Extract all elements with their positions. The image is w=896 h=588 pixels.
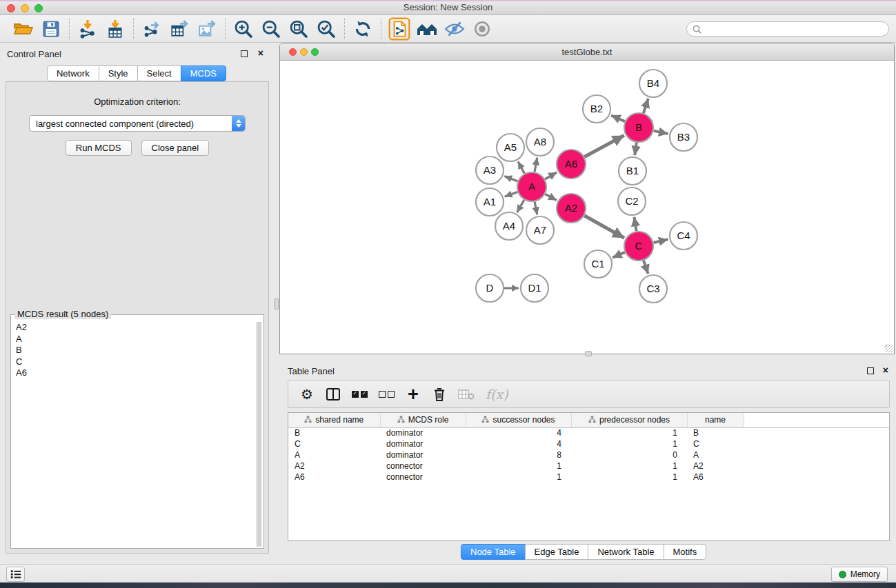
horizontal-split-handle[interactable] bbox=[585, 351, 592, 356]
import-table-button[interactable] bbox=[101, 17, 129, 41]
mcds-result-item[interactable]: A2 bbox=[12, 322, 255, 334]
cell-predecessor-nodes[interactable]: 0 bbox=[571, 449, 687, 460]
cell-successor-nodes[interactable]: 8 bbox=[466, 449, 571, 460]
close-panel-icon[interactable]: × bbox=[883, 365, 888, 376]
cell-successor-nodes[interactable]: 4 bbox=[466, 427, 571, 438]
cell-mcds-role[interactable]: dominator bbox=[380, 449, 466, 460]
graph-edge-A-A4[interactable] bbox=[517, 200, 524, 212]
network-canvas[interactable]: B4B2BB3A5A8A6B1A3AA1C2A2A4A7C4CC1C3DD1 bbox=[280, 61, 894, 354]
graph-edge-C-C4[interactable] bbox=[653, 239, 668, 243]
zoom-in-button[interactable] bbox=[230, 17, 257, 41]
float-panel-icon[interactable] bbox=[241, 50, 248, 57]
result-list-scrollbar[interactable] bbox=[256, 322, 262, 547]
cell-successor-nodes[interactable]: 1 bbox=[466, 460, 571, 472]
insert-column-button[interactable] bbox=[326, 385, 341, 404]
apply-layout-button[interactable] bbox=[349, 17, 377, 41]
function-builder-button[interactable]: f(x) bbox=[486, 385, 508, 404]
deselect-all-rows-button[interactable] bbox=[379, 385, 395, 404]
export-table-button[interactable] bbox=[166, 17, 193, 41]
table-settings-button[interactable]: ⚙ bbox=[299, 385, 315, 404]
graph-edge-A6-B[interactable] bbox=[584, 135, 624, 156]
cell-mcds-role[interactable]: dominator bbox=[380, 438, 466, 449]
import-network-button[interactable] bbox=[74, 17, 101, 41]
column-header-shared-name[interactable]: shared name bbox=[288, 413, 380, 427]
export-image-button[interactable] bbox=[193, 17, 221, 41]
cell-mcds-role[interactable]: connector bbox=[380, 472, 466, 483]
resize-grip[interactable] bbox=[885, 345, 893, 352]
search-field[interactable] bbox=[686, 21, 889, 37]
cell-predecessor-nodes[interactable]: 1 bbox=[571, 472, 687, 483]
graph-edge-A-A6[interactable] bbox=[545, 172, 557, 179]
graph-edge-A-A5[interactable] bbox=[518, 161, 525, 173]
cell-predecessor-nodes[interactable]: 1 bbox=[571, 438, 687, 449]
select-all-rows-button[interactable] bbox=[352, 385, 368, 404]
graph-edge-C-C1[interactable] bbox=[613, 252, 625, 258]
zoom-selected-button[interactable] bbox=[312, 17, 340, 41]
show-panel-list-button[interactable] bbox=[6, 567, 25, 582]
cell-mcds-role[interactable]: dominator bbox=[380, 427, 466, 438]
delete-rows-button[interactable] bbox=[432, 385, 447, 404]
hide-panels-button[interactable] bbox=[441, 17, 468, 41]
cell-shared-name[interactable]: A2 bbox=[288, 460, 380, 472]
mcds-result-item[interactable]: B bbox=[12, 345, 255, 356]
graph-edge-B-B4[interactable] bbox=[644, 99, 648, 113]
run-mcds-button[interactable]: Run MCDS bbox=[66, 140, 132, 156]
float-panel-icon[interactable] bbox=[867, 367, 874, 374]
zoom-out-button[interactable] bbox=[257, 17, 285, 41]
export-network-button[interactable] bbox=[138, 17, 166, 41]
graph-edge-C-C2[interactable] bbox=[634, 217, 636, 232]
tab-edge-table[interactable]: Edge Table bbox=[525, 544, 589, 560]
cell-shared-name[interactable]: C bbox=[288, 438, 380, 449]
delete-column-button[interactable] bbox=[458, 385, 475, 404]
cell-predecessor-nodes[interactable]: 1 bbox=[571, 460, 687, 472]
tab-style[interactable]: Style bbox=[99, 65, 138, 81]
tab-motifs[interactable]: Motifs bbox=[664, 544, 707, 560]
mcds-result-item[interactable]: A6 bbox=[12, 367, 255, 379]
graph-edge-C-C3[interactable] bbox=[644, 261, 648, 274]
tab-network-table[interactable]: Network Table bbox=[588, 544, 664, 560]
graph-edge-A-A8[interactable] bbox=[535, 158, 537, 172]
cell-name[interactable]: A2 bbox=[687, 460, 744, 472]
mcds-result-item[interactable]: C bbox=[12, 356, 255, 368]
graph-edge-B-B1[interactable] bbox=[635, 143, 637, 155]
graph-edge-A-A2[interactable] bbox=[545, 194, 557, 201]
graph-edge-B-B2[interactable] bbox=[611, 115, 625, 121]
zoom-fit-button[interactable] bbox=[285, 17, 312, 41]
cell-shared-name[interactable]: A bbox=[288, 449, 380, 460]
tab-node-table[interactable]: Node Table bbox=[461, 544, 526, 560]
tab-mcds[interactable]: MCDS bbox=[181, 65, 226, 81]
search-input[interactable] bbox=[705, 24, 883, 34]
cell-shared-name[interactable]: A6 bbox=[288, 472, 380, 483]
column-header-successor-nodes[interactable]: successor nodes bbox=[466, 413, 571, 427]
tab-network[interactable]: Network bbox=[47, 65, 99, 81]
graph-edge-A-A3[interactable] bbox=[504, 176, 517, 181]
cell-name[interactable]: C bbox=[687, 438, 744, 449]
cell-successor-nodes[interactable]: 4 bbox=[466, 438, 571, 449]
open-session-button[interactable] bbox=[10, 17, 37, 41]
memory-button[interactable]: Memory bbox=[831, 567, 888, 582]
graph-edge-A2-C[interactable] bbox=[584, 216, 624, 238]
cell-successor-nodes[interactable]: 1 bbox=[466, 472, 571, 483]
graph-edge-A-A1[interactable] bbox=[505, 192, 518, 196]
cell-shared-name[interactable]: B bbox=[288, 427, 380, 438]
scrollbar-thumb[interactable] bbox=[257, 322, 261, 547]
criterion-dropdown[interactable]: largest connected component (directed) bbox=[29, 115, 246, 132]
graph-edge-A-A7[interactable] bbox=[535, 202, 537, 215]
column-header-predecessor-nodes[interactable]: predecessor nodes bbox=[571, 413, 687, 427]
save-session-button[interactable] bbox=[37, 17, 65, 41]
cell-predecessor-nodes[interactable]: 1 bbox=[571, 427, 687, 438]
cell-mcds-role[interactable]: connector bbox=[380, 460, 466, 472]
mcds-result-item[interactable]: A bbox=[12, 334, 255, 345]
tab-select[interactable]: Select bbox=[137, 65, 181, 81]
column-header-mcds-role[interactable]: MCDS role bbox=[380, 413, 466, 427]
cell-name[interactable]: B bbox=[687, 427, 744, 438]
cell-name[interactable]: A bbox=[687, 449, 744, 460]
add-row-button[interactable]: + bbox=[406, 385, 421, 404]
vertical-split-handle[interactable] bbox=[274, 298, 279, 310]
show-graphics-details-button[interactable] bbox=[386, 17, 413, 41]
column-header-name[interactable]: name bbox=[687, 413, 744, 427]
cell-name[interactable]: A6 bbox=[687, 472, 744, 483]
close-panel-button[interactable]: Close panel bbox=[141, 140, 210, 156]
show-panels-button[interactable] bbox=[468, 17, 496, 41]
graph-edge-B-B3[interactable] bbox=[654, 131, 668, 134]
